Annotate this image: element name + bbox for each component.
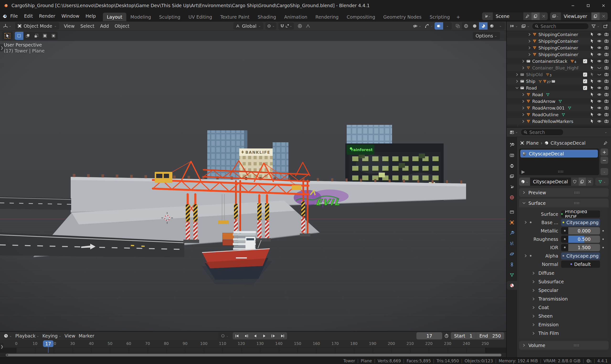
outliner-row-ship[interactable]: Ship27✓: [507, 78, 611, 84]
timeline-track[interactable]: [0, 348, 506, 353]
select-mode-subtract[interactable]: [32, 32, 40, 40]
expand-icon[interactable]: [520, 106, 526, 110]
view-layer-browse-button[interactable]: ⌄: [550, 13, 561, 20]
hide-viewport-toggle[interactable]: [596, 106, 603, 110]
animate-dot[interactable]: [602, 247, 604, 248]
outliner-row-containersstack[interactable]: ContainersStack4✓: [507, 58, 611, 65]
hide-viewport-toggle[interactable]: [596, 119, 603, 123]
tab-uv-editing[interactable]: UV Editing: [184, 13, 216, 21]
tab-object-data[interactable]: [507, 271, 517, 279]
tab-animation[interactable]: Animation: [280, 13, 311, 21]
view-layer-new-button[interactable]: [591, 13, 599, 20]
timeline-ruler-area[interactable]: 0102030405060708090100110120130140150160…: [0, 340, 506, 353]
selectable-toggle[interactable]: [588, 92, 596, 97]
hide-viewport-toggle[interactable]: [596, 46, 603, 50]
object-name[interactable]: ShipOld: [526, 72, 543, 77]
object-visibility-dropdown[interactable]: ⌄: [411, 22, 423, 30]
end-frame-field[interactable]: End250: [476, 332, 504, 339]
material-nodes-dropdown[interactable]: ⌄: [595, 178, 609, 186]
outliner-editor-type-button[interactable]: ⌄: [508, 23, 519, 30]
outliner-filter-dropdown[interactable]: ⌄: [590, 23, 600, 30]
tab-scene[interactable]: [507, 182, 517, 191]
shading-material-button[interactable]: [479, 22, 488, 30]
collapse-icon[interactable]: [514, 86, 520, 90]
panel-preview[interactable]: Preview: [519, 188, 609, 197]
3d-viewport[interactable]: ⌄ Object Mode⌄ View Select Add Object Gl…: [0, 22, 506, 331]
tab-physics[interactable]: [507, 249, 517, 258]
object-name[interactable]: Road: [526, 85, 537, 91]
panel-drag-grip[interactable]: [574, 202, 580, 204]
selectable-toggle[interactable]: [588, 46, 596, 50]
playhead[interactable]: 17: [43, 340, 53, 347]
outliner-row-roadoutline[interactable]: RoadOutline: [507, 111, 611, 118]
unlink-material-button[interactable]: [586, 178, 593, 186]
metallic-slider[interactable]: 0.000: [561, 227, 600, 234]
tab-world[interactable]: [507, 193, 517, 202]
object-name[interactable]: RoadArrow: [532, 99, 555, 104]
selectable-toggle[interactable]: [588, 119, 596, 123]
material-name-field[interactable]: CityscapeDecal: [530, 178, 571, 186]
selectable-toggle[interactable]: [588, 79, 596, 83]
expand-icon[interactable]: [527, 46, 532, 50]
options-dropdown[interactable]: Options⌄: [473, 32, 500, 40]
select-mode-invert[interactable]: [40, 32, 49, 40]
next-keyframe-button[interactable]: [269, 332, 278, 339]
shading-wireframe-button[interactable]: [462, 22, 470, 30]
selectable-toggle[interactable]: [588, 112, 596, 117]
disable-render-toggle[interactable]: [603, 59, 610, 63]
tab-output[interactable]: [507, 161, 517, 170]
extensions-status[interactable]: 1: [586, 359, 592, 363]
menu-file[interactable]: File: [7, 11, 21, 21]
object-name[interactable]: Road: [532, 92, 543, 97]
breadcrumb-object[interactable]: Plane: [526, 140, 539, 146]
material-slot-selected[interactable]: CityscapeDecal: [520, 150, 598, 157]
select-mode-extend[interactable]: [23, 32, 32, 40]
outliner-row-shippingcontainerre[interactable]: ShippingContainerRe: [507, 44, 611, 51]
hide-viewport-toggle[interactable]: [596, 52, 603, 57]
outliner-row-roadarrow-001[interactable]: RoadArrow.001: [507, 104, 611, 111]
section-sheen[interactable]: Sheen: [519, 312, 609, 320]
auto-keying-toggle[interactable]: ⌄: [219, 332, 230, 339]
expand-icon[interactable]: [524, 220, 528, 224]
timeline-scrollbar-thumb[interactable]: [6, 354, 501, 356]
overlays-dropdown[interactable]: ⌄: [443, 22, 452, 30]
tab-compositing[interactable]: Compositing: [343, 13, 379, 21]
slot-specials-arrow[interactable]: ▶: [521, 169, 525, 174]
select-mode-intersect[interactable]: [49, 32, 58, 40]
new-material-button[interactable]: [578, 178, 586, 186]
selectable-toggle[interactable]: [588, 39, 596, 43]
hide-viewport-toggle[interactable]: [596, 32, 603, 37]
disable-render-toggle[interactable]: [603, 52, 610, 57]
scene-browse-button[interactable]: ⌄: [482, 13, 493, 20]
menu-help[interactable]: Help: [82, 11, 99, 21]
disable-render-toggle[interactable]: [603, 46, 610, 50]
object-name[interactable]: RoadArrow.001: [532, 105, 565, 111]
object-name[interactable]: ShippingContainerGr: [538, 39, 579, 44]
menu-window[interactable]: Window: [58, 11, 82, 21]
panel-drag-grip[interactable]: [574, 191, 580, 194]
tab-texture-paint[interactable]: Texture Paint: [216, 13, 254, 21]
pin-icon[interactable]: [603, 141, 608, 145]
editor-type-button[interactable]: ⌄: [1, 22, 13, 30]
fake-user-button[interactable]: [571, 178, 578, 186]
add-slot-button[interactable]: +: [600, 148, 608, 156]
tab-collection[interactable]: [507, 208, 517, 216]
object-name[interactable]: Ship: [526, 79, 535, 84]
expand-icon[interactable]: [520, 119, 526, 123]
hide-viewport-toggle[interactable]: [596, 86, 603, 90]
jump-to-start-button[interactable]: [233, 332, 242, 339]
slot-specials-dropdown[interactable]: ⌄: [600, 168, 608, 175]
collection-checkbox[interactable]: ✓: [583, 86, 587, 90]
hide-viewport-toggle[interactable]: [596, 39, 603, 43]
tab-tool[interactable]: [507, 140, 517, 149]
menu-playback[interactable]: Playback⌄: [13, 332, 41, 339]
maximize-button[interactable]: [580, 0, 596, 11]
menu-edit[interactable]: Edit: [21, 11, 36, 21]
properties-editor-type-button[interactable]: ⌄: [508, 129, 519, 136]
minimize-button[interactable]: [565, 0, 580, 11]
menu-tl-view[interactable]: View: [63, 332, 77, 339]
start-frame-field[interactable]: Start1: [451, 332, 476, 339]
object-name[interactable]: Container_Blue_HighPoly: [532, 65, 579, 70]
disable-render-toggle[interactable]: [603, 32, 610, 37]
hide-viewport-toggle[interactable]: [596, 112, 603, 117]
